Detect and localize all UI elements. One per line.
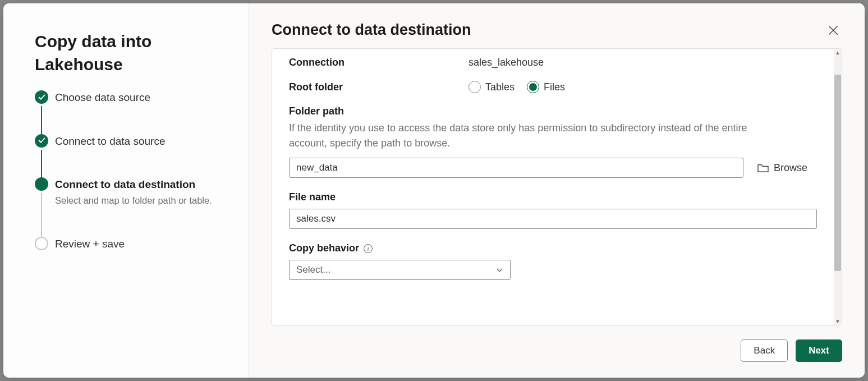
wizard-title: Copy data into Lakehouse bbox=[35, 30, 224, 76]
scrollbar-thumb[interactable] bbox=[834, 75, 841, 271]
browse-button[interactable]: Browse bbox=[757, 162, 807, 174]
page-title: Connect to data destination bbox=[272, 21, 471, 39]
pending-step-icon bbox=[35, 237, 48, 250]
step-label: Choose data source bbox=[55, 90, 224, 105]
wizard-steps: Choose data source Connect to data sourc… bbox=[35, 90, 224, 264]
next-button[interactable]: Next bbox=[796, 339, 842, 362]
browse-label: Browse bbox=[774, 162, 807, 174]
step-sublabel: Select and map to folder path or table. bbox=[55, 194, 224, 208]
step-connector bbox=[41, 150, 42, 180]
info-icon[interactable]: i bbox=[364, 244, 373, 253]
radio-icon bbox=[469, 81, 481, 93]
step-connect-data-destination[interactable]: Connect to data destination Select and m… bbox=[35, 177, 224, 237]
step-connector bbox=[41, 193, 42, 239]
radio-files[interactable]: Files bbox=[527, 81, 565, 93]
file-name-input[interactable] bbox=[289, 209, 817, 229]
wizard-sidebar: Copy data into Lakehouse Choose data sou… bbox=[3, 3, 249, 378]
radio-icon bbox=[527, 81, 539, 93]
step-review-save[interactable]: Review + save bbox=[35, 237, 224, 264]
form-card: Connection sales_lakehouse Root folder T… bbox=[272, 48, 842, 326]
folder-path-section: Folder path If the identity you use to a… bbox=[289, 105, 817, 178]
folder-path-hint: If the identity you use to access the da… bbox=[289, 121, 749, 151]
step-connect-data-source[interactable]: Connect to data source bbox=[35, 134, 224, 178]
folder-path-label: Folder path bbox=[289, 105, 817, 117]
close-icon bbox=[827, 24, 839, 36]
connection-label: Connection bbox=[289, 57, 469, 68]
main-panel: Connect to data destination Connection s… bbox=[249, 3, 865, 378]
step-label: Review + save bbox=[55, 237, 224, 251]
scroll-up-icon[interactable]: ▲ bbox=[834, 49, 842, 57]
radio-tables[interactable]: Tables bbox=[469, 81, 515, 93]
folder-path-input[interactable] bbox=[289, 158, 743, 178]
root-folder-row: Root folder Tables Files bbox=[289, 81, 817, 93]
folder-icon bbox=[757, 163, 769, 173]
scrollbar[interactable]: ▲ ▼ bbox=[834, 49, 842, 325]
copy-behavior-label: Copy behavior bbox=[289, 242, 359, 254]
main-header: Connect to data destination bbox=[249, 3, 865, 48]
select-placeholder: Select... bbox=[296, 264, 330, 276]
form-scroll-area[interactable]: Connection sales_lakehouse Root folder T… bbox=[272, 49, 834, 325]
scroll-down-icon[interactable]: ▼ bbox=[834, 318, 842, 325]
chevron-down-icon bbox=[496, 267, 503, 274]
file-name-section: File name bbox=[289, 191, 817, 229]
close-button[interactable] bbox=[824, 21, 842, 39]
root-folder-radio-group: Tables Files bbox=[469, 81, 565, 93]
copy-behavior-section: Copy behavior i Select... bbox=[289, 242, 817, 280]
wizard-footer: Back Next bbox=[249, 326, 865, 378]
step-label: Connect to data source bbox=[55, 134, 224, 149]
checkmark-icon bbox=[35, 134, 48, 148]
connection-row: Connection sales_lakehouse bbox=[289, 57, 817, 68]
file-name-label: File name bbox=[289, 191, 817, 203]
current-step-icon bbox=[35, 177, 48, 191]
back-button[interactable]: Back bbox=[741, 339, 788, 362]
connection-value: sales_lakehouse bbox=[469, 57, 544, 68]
step-label: Connect to data destination bbox=[55, 177, 224, 192]
copy-behavior-select[interactable]: Select... bbox=[289, 260, 511, 280]
root-folder-label: Root folder bbox=[289, 81, 469, 93]
radio-label: Files bbox=[544, 81, 565, 93]
wizard-modal: Copy data into Lakehouse Choose data sou… bbox=[3, 3, 865, 378]
checkmark-icon bbox=[35, 90, 48, 104]
radio-label: Tables bbox=[485, 81, 515, 93]
step-choose-data-source[interactable]: Choose data source bbox=[35, 90, 224, 134]
step-connector bbox=[41, 106, 42, 136]
